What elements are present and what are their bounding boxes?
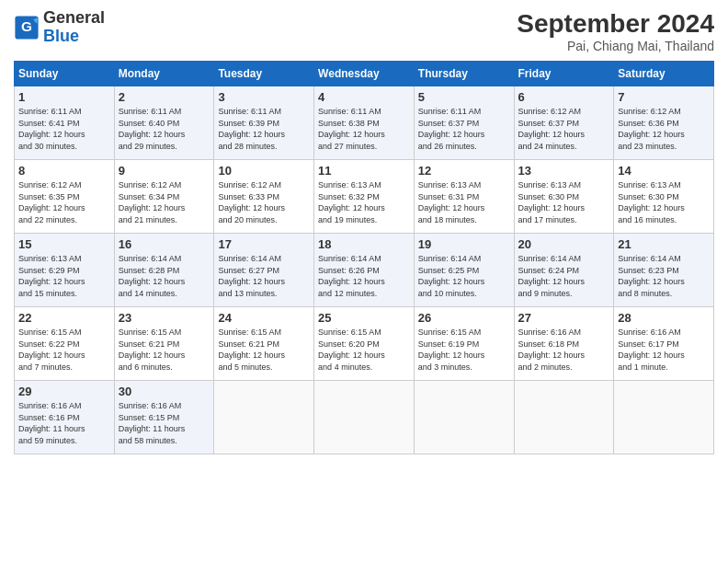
day-info: Sunrise: 6:15 AM Sunset: 6:21 PM Dayligh… [218, 327, 310, 373]
location: Pai, Chiang Mai, Thailand [517, 39, 714, 53]
day-number: 11 [318, 164, 410, 178]
day-number: 9 [119, 164, 210, 178]
day-info: Sunrise: 6:15 AM Sunset: 6:20 PM Dayligh… [318, 327, 410, 373]
day-number: 12 [418, 164, 510, 178]
day-number: 16 [119, 237, 210, 251]
header-row: SundayMondayTuesdayWednesdayThursdayFrid… [15, 62, 714, 86]
day-info: Sunrise: 6:14 AM Sunset: 6:25 PM Dayligh… [418, 253, 510, 299]
day-number: 14 [618, 164, 710, 178]
calendar-cell: 22Sunrise: 6:15 AM Sunset: 6:22 PM Dayli… [15, 307, 115, 381]
calendar-cell: 18Sunrise: 6:14 AM Sunset: 6:26 PM Dayli… [314, 234, 415, 307]
calendar-cell: 3Sunrise: 6:11 AM Sunset: 6:39 PM Daylig… [214, 86, 314, 160]
day-number: 4 [318, 90, 410, 104]
day-info: Sunrise: 6:11 AM Sunset: 6:39 PM Dayligh… [218, 106, 310, 152]
calendar-cell: 15Sunrise: 6:13 AM Sunset: 6:29 PM Dayli… [15, 234, 115, 307]
day-info: Sunrise: 6:12 AM Sunset: 6:35 PM Dayligh… [18, 179, 110, 225]
day-number: 6 [518, 90, 610, 104]
day-info: Sunrise: 6:13 AM Sunset: 6:30 PM Dayligh… [518, 179, 610, 225]
week-row-5: 29Sunrise: 6:16 AM Sunset: 6:16 PM Dayli… [15, 381, 714, 454]
day-info: Sunrise: 6:16 AM Sunset: 6:18 PM Dayligh… [518, 327, 610, 373]
calendar-cell: 2Sunrise: 6:11 AM Sunset: 6:40 PM Daylig… [114, 86, 214, 160]
day-info: Sunrise: 6:12 AM Sunset: 6:36 PM Dayligh… [618, 106, 710, 152]
day-info: Sunrise: 6:16 AM Sunset: 6:16 PM Dayligh… [18, 400, 110, 446]
day-info: Sunrise: 6:13 AM Sunset: 6:30 PM Dayligh… [618, 179, 710, 225]
day-number: 22 [18, 311, 110, 325]
calendar-table: SundayMondayTuesdayWednesdayThursdayFrid… [14, 61, 714, 454]
day-number: 13 [518, 164, 610, 178]
week-row-3: 15Sunrise: 6:13 AM Sunset: 6:29 PM Dayli… [15, 234, 714, 307]
day-info: Sunrise: 6:16 AM Sunset: 6:17 PM Dayligh… [618, 327, 710, 373]
day-info: Sunrise: 6:13 AM Sunset: 6:31 PM Dayligh… [418, 179, 510, 225]
calendar-cell: 10Sunrise: 6:12 AM Sunset: 6:33 PM Dayli… [214, 160, 314, 234]
day-info: Sunrise: 6:16 AM Sunset: 6:15 PM Dayligh… [119, 400, 210, 446]
col-header-friday: Friday [514, 62, 614, 86]
day-number: 23 [119, 311, 210, 325]
day-number: 20 [518, 237, 610, 251]
calendar-cell: 1Sunrise: 6:11 AM Sunset: 6:41 PM Daylig… [15, 86, 115, 160]
day-info: Sunrise: 6:14 AM Sunset: 6:26 PM Dayligh… [318, 253, 410, 299]
day-number: 17 [218, 237, 310, 251]
day-info: Sunrise: 6:14 AM Sunset: 6:24 PM Dayligh… [518, 253, 610, 299]
day-number: 1 [18, 90, 110, 104]
col-header-monday: Monday [114, 62, 214, 86]
header: G General Blue September 2024 Pai, Chian… [14, 9, 714, 53]
calendar-cell: 9Sunrise: 6:12 AM Sunset: 6:34 PM Daylig… [114, 160, 214, 234]
calendar-cell: 8Sunrise: 6:12 AM Sunset: 6:35 PM Daylig… [15, 160, 115, 234]
day-number: 30 [119, 385, 210, 398]
week-row-4: 22Sunrise: 6:15 AM Sunset: 6:22 PM Dayli… [15, 307, 714, 381]
day-number: 5 [418, 90, 510, 104]
calendar-cell: 28Sunrise: 6:16 AM Sunset: 6:17 PM Dayli… [614, 307, 714, 381]
day-info: Sunrise: 6:13 AM Sunset: 6:32 PM Dayligh… [318, 179, 410, 225]
month-title: September 2024 [517, 9, 714, 39]
title-block: September 2024 Pai, Chiang Mai, Thailand [517, 9, 714, 53]
week-row-1: 1Sunrise: 6:11 AM Sunset: 6:41 PM Daylig… [15, 86, 714, 160]
calendar-cell: 16Sunrise: 6:14 AM Sunset: 6:28 PM Dayli… [114, 234, 214, 307]
day-number: 29 [18, 385, 110, 398]
day-number: 24 [218, 311, 310, 325]
day-info: Sunrise: 6:13 AM Sunset: 6:29 PM Dayligh… [18, 253, 110, 299]
day-info: Sunrise: 6:14 AM Sunset: 6:23 PM Dayligh… [618, 253, 710, 299]
calendar-cell: 17Sunrise: 6:14 AM Sunset: 6:27 PM Dayli… [214, 234, 314, 307]
calendar-cell [214, 381, 314, 454]
day-info: Sunrise: 6:15 AM Sunset: 6:22 PM Dayligh… [18, 327, 110, 373]
calendar-cell: 11Sunrise: 6:13 AM Sunset: 6:32 PM Dayli… [314, 160, 415, 234]
calendar-cell: 13Sunrise: 6:13 AM Sunset: 6:30 PM Dayli… [514, 160, 614, 234]
calendar-cell: 21Sunrise: 6:14 AM Sunset: 6:23 PM Dayli… [614, 234, 714, 307]
day-number: 27 [518, 311, 610, 325]
day-number: 18 [318, 237, 410, 251]
day-info: Sunrise: 6:12 AM Sunset: 6:34 PM Dayligh… [119, 179, 210, 225]
day-info: Sunrise: 6:11 AM Sunset: 6:40 PM Dayligh… [119, 106, 210, 152]
svg-text:G: G [21, 18, 32, 34]
logo-text: General Blue [43, 9, 105, 46]
day-number: 15 [18, 237, 110, 251]
calendar-cell: 24Sunrise: 6:15 AM Sunset: 6:21 PM Dayli… [214, 307, 314, 381]
calendar-cell [314, 381, 415, 454]
day-number: 3 [218, 90, 310, 104]
day-number: 25 [318, 311, 410, 325]
day-info: Sunrise: 6:15 AM Sunset: 6:19 PM Dayligh… [418, 327, 510, 373]
calendar-cell: 19Sunrise: 6:14 AM Sunset: 6:25 PM Dayli… [414, 234, 514, 307]
calendar-cell: 25Sunrise: 6:15 AM Sunset: 6:20 PM Dayli… [314, 307, 415, 381]
calendar-cell: 27Sunrise: 6:16 AM Sunset: 6:18 PM Dayli… [514, 307, 614, 381]
calendar-cell: 4Sunrise: 6:11 AM Sunset: 6:38 PM Daylig… [314, 86, 415, 160]
calendar-cell: 14Sunrise: 6:13 AM Sunset: 6:30 PM Dayli… [614, 160, 714, 234]
logo-icon: G [14, 15, 40, 40]
col-header-saturday: Saturday [614, 62, 714, 86]
day-info: Sunrise: 6:14 AM Sunset: 6:27 PM Dayligh… [218, 253, 310, 299]
day-info: Sunrise: 6:15 AM Sunset: 6:21 PM Dayligh… [119, 327, 210, 373]
calendar-cell: 7Sunrise: 6:12 AM Sunset: 6:36 PM Daylig… [614, 86, 714, 160]
day-number: 26 [418, 311, 510, 325]
day-number: 10 [218, 164, 310, 178]
col-header-thursday: Thursday [414, 62, 514, 86]
calendar-cell: 20Sunrise: 6:14 AM Sunset: 6:24 PM Dayli… [514, 234, 614, 307]
day-info: Sunrise: 6:11 AM Sunset: 6:41 PM Dayligh… [18, 106, 110, 152]
day-info: Sunrise: 6:12 AM Sunset: 6:33 PM Dayligh… [218, 179, 310, 225]
day-number: 7 [618, 90, 710, 104]
calendar-cell [414, 381, 514, 454]
logo: G General Blue [14, 9, 105, 46]
calendar-cell: 30Sunrise: 6:16 AM Sunset: 6:15 PM Dayli… [114, 381, 214, 454]
calendar-cell: 6Sunrise: 6:12 AM Sunset: 6:37 PM Daylig… [514, 86, 614, 160]
calendar-cell: 5Sunrise: 6:11 AM Sunset: 6:37 PM Daylig… [414, 86, 514, 160]
day-number: 28 [618, 311, 710, 325]
day-info: Sunrise: 6:11 AM Sunset: 6:38 PM Dayligh… [318, 106, 410, 152]
